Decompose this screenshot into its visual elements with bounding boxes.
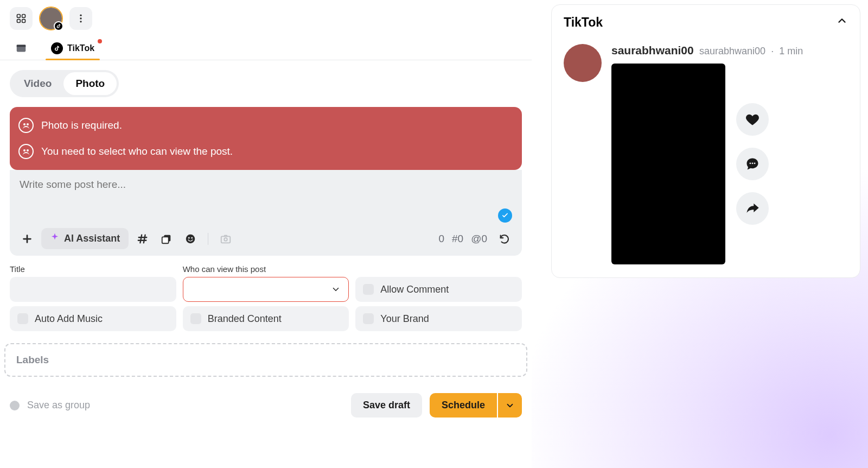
ai-assistant-button[interactable]: AI Assistant xyxy=(41,228,129,249)
post-settings-row-2: Auto Add Music Branded Content Your Bran… xyxy=(0,306,532,336)
error-row: Photo is required. xyxy=(10,112,522,138)
account-avatar[interactable] xyxy=(39,7,63,30)
checkbox-icon xyxy=(363,313,374,324)
branded-content-label: Branded Content xyxy=(208,313,282,325)
svg-rect-10 xyxy=(162,237,169,243)
post-textarea[interactable] xyxy=(10,170,522,222)
comment-icon xyxy=(745,156,760,172)
checkbox-icon xyxy=(363,284,374,295)
preview-media-placeholder xyxy=(611,64,725,264)
template-button[interactable] xyxy=(157,229,176,249)
preview-title: TikTok xyxy=(564,15,603,30)
allow-comment-checkbox[interactable]: Allow Comment xyxy=(355,277,522,302)
tab-error-indicator xyxy=(98,39,102,43)
svg-point-4 xyxy=(80,15,81,16)
preview-body: saurabhwani00 saurabhwani00 · 1 min xyxy=(564,44,848,264)
tab-tiktok-label: TikTok xyxy=(67,43,94,53)
segment-video[interactable]: Video xyxy=(12,72,63,95)
add-media-button[interactable] xyxy=(17,229,37,249)
preview-content: saurabhwani00 saurabhwani00 · 1 min xyxy=(611,44,848,264)
camera-button[interactable] xyxy=(216,229,235,249)
more-menu-button[interactable] xyxy=(69,7,92,30)
tiktok-icon xyxy=(51,42,63,54)
svg-rect-8 xyxy=(17,45,26,47)
error-text: You need to select who can view the post… xyxy=(41,146,233,157)
share-icon xyxy=(745,201,760,216)
tab-tiktok[interactable]: TikTok xyxy=(46,38,100,60)
allow-comment-label: Allow Comment xyxy=(380,284,449,295)
chevron-up-icon xyxy=(836,15,848,27)
accounts-grid-button[interactable] xyxy=(10,7,33,30)
like-button[interactable] xyxy=(736,103,769,136)
hashtag-button[interactable] xyxy=(133,229,152,249)
collapse-preview-button[interactable] xyxy=(836,15,848,30)
svg-rect-14 xyxy=(221,236,231,243)
preview-header: TikTok xyxy=(564,15,848,30)
svg-point-5 xyxy=(80,17,81,19)
sad-face-icon xyxy=(18,144,34,159)
schedule-button[interactable]: Schedule xyxy=(430,393,497,418)
privacy-select[interactable] xyxy=(183,277,349,302)
checkbox-icon xyxy=(17,313,28,324)
preview-actions xyxy=(736,103,769,225)
group-color-dot[interactable] xyxy=(10,401,20,410)
save-draft-button[interactable]: Save draft xyxy=(351,393,422,418)
branded-content-checkbox[interactable]: Branded Content xyxy=(183,306,349,331)
auto-add-music-checkbox[interactable]: Auto Add Music xyxy=(10,306,176,331)
tab-original[interactable] xyxy=(10,38,33,60)
schedule-split-button: Schedule xyxy=(430,393,522,418)
svg-point-16 xyxy=(750,162,751,164)
verified-check-icon xyxy=(498,208,512,223)
platform-tabs: TikTok xyxy=(0,34,532,60)
labels-box[interactable]: Labels xyxy=(4,343,527,377)
privacy-field-group: Who can view this post xyxy=(183,264,349,302)
undo-button[interactable] xyxy=(495,229,514,249)
emoji-button[interactable] xyxy=(181,229,200,249)
ai-assistant-label: AI Assistant xyxy=(64,233,120,244)
camera-icon xyxy=(220,233,232,245)
more-vertical-icon xyxy=(75,13,86,24)
segment-photo[interactable]: Photo xyxy=(63,72,117,95)
undo-icon xyxy=(499,233,510,245)
preview-meta: saurabhwani00 saurabhwani00 · 1 min xyxy=(611,44,848,57)
svg-point-11 xyxy=(186,234,195,243)
save-as-group-input[interactable]: Save as group xyxy=(27,400,343,411)
hashtag-count: #0 xyxy=(452,233,463,245)
emoji-icon xyxy=(184,233,196,245)
preview-panel: TikTok saurabhwani00 saurabhwani00 · 1 m… xyxy=(551,4,860,278)
share-button[interactable] xyxy=(736,192,769,225)
top-bar xyxy=(0,0,532,34)
preview-time: 1 min xyxy=(779,46,803,56)
your-brand-checkbox[interactable]: Your Brand xyxy=(355,306,522,331)
svg-rect-3 xyxy=(22,20,25,23)
hashtag-icon xyxy=(137,233,149,245)
error-banner: Photo is required. You need to select wh… xyxy=(10,107,522,170)
error-row: You need to select who can view the post… xyxy=(10,138,522,165)
preview-handle: saurabhwani00 xyxy=(699,46,765,56)
chevron-down-icon xyxy=(331,284,341,294)
privacy-label: Who can view this post xyxy=(183,264,349,274)
title-field-group: Title xyxy=(10,264,176,302)
svg-rect-1 xyxy=(22,15,25,18)
cards-icon xyxy=(161,233,173,245)
schedule-dropdown-button[interactable] xyxy=(498,393,522,418)
your-brand-label: Your Brand xyxy=(380,313,429,325)
error-text: Photo is required. xyxy=(41,119,122,131)
comment-button[interactable] xyxy=(736,148,769,180)
title-input[interactable] xyxy=(10,277,176,302)
content-type-toggle: Video Photo xyxy=(10,70,119,97)
allow-comment-group: Allow Comment xyxy=(355,264,522,302)
post-settings-row-1: Title Who can view this post Allow Comme… xyxy=(0,256,532,306)
post-composer: AI Assistant 0 #0 @0 xyxy=(10,170,522,256)
tiktok-badge xyxy=(54,21,63,31)
chevron-down-icon xyxy=(505,401,515,410)
svg-point-18 xyxy=(754,162,756,164)
mention-count: @0 xyxy=(471,233,487,245)
checkbox-icon xyxy=(190,313,201,324)
svg-point-15 xyxy=(225,238,228,241)
auto-add-music-label: Auto Add Music xyxy=(35,313,103,325)
footer-bar: Save as group Save draft Schedule xyxy=(0,384,532,426)
preview-media-row xyxy=(611,64,848,264)
sad-face-icon xyxy=(18,118,34,133)
separator xyxy=(208,233,208,245)
